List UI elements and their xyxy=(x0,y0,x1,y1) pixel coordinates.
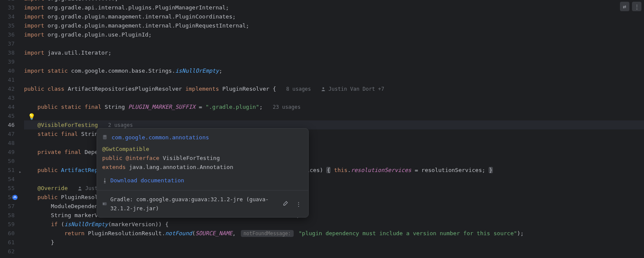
more-icon[interactable]: ⋮ xyxy=(632,2,641,11)
edit-icon[interactable] xyxy=(281,199,291,209)
svg-rect-5 xyxy=(103,203,104,205)
code-line[interactable]: import org.gradle.plugin.use.PluginId; xyxy=(24,30,644,39)
doc-package-row: com.google.common.annotations xyxy=(102,133,303,142)
line-number: 50 xyxy=(0,157,23,166)
svg-point-1 xyxy=(79,187,81,188)
line-number: 45 xyxy=(0,111,23,120)
line-number: 44 xyxy=(0,102,23,111)
code-line[interactable]: public class ArtifactRepositoriesPluginR… xyxy=(24,84,644,93)
doc-source-label: Gradle: com.google.guava:guava:32.1.2-jr… xyxy=(110,195,274,213)
author-inlay[interactable]: Justin Van Dort +7 xyxy=(321,86,384,92)
line-number: 35 xyxy=(0,21,23,30)
line-number: 40 xyxy=(0,66,23,75)
code-line[interactable]: import java.util.Iterator; xyxy=(24,48,644,57)
line-number: 48 xyxy=(0,138,23,147)
code-line[interactable]: import org.gradle..........; xyxy=(24,0,644,3)
quick-doc-popup: com.google.common.annotations @GwtCompat… xyxy=(97,128,309,218)
fold-arrow-icon[interactable]: ▸ xyxy=(19,167,21,176)
code-line[interactable] xyxy=(24,93,644,102)
code-line[interactable] xyxy=(24,111,644,120)
code-line[interactable]: import org.gradle.plugin.management.inte… xyxy=(24,12,644,21)
usages-inlay[interactable]: 8 usages xyxy=(286,86,311,92)
line-number: 43 xyxy=(0,93,23,102)
line-number: 56 xyxy=(0,193,23,202)
line-number: 33 xyxy=(0,3,23,12)
code-line[interactable] xyxy=(24,57,644,66)
code-line[interactable]: boolean autoApplied = pluginRequest.getO… xyxy=(24,256,644,258)
doc-signature: @GwtCompatible public @interface Visible… xyxy=(102,144,303,172)
download-documentation-link[interactable]: Download documentation xyxy=(110,177,184,184)
library-icon xyxy=(102,201,107,207)
file-icon xyxy=(102,134,108,140)
usages-inlay[interactable]: 23 usages xyxy=(273,104,301,110)
line-number: 61 xyxy=(0,238,23,247)
doc-download-row: ⭳Download documentation xyxy=(97,176,308,190)
line-number: 32 xyxy=(0,0,23,3)
code-line[interactable] xyxy=(24,247,644,256)
line-number: 46 xyxy=(0,120,23,129)
doc-footer: Gradle: com.google.guava:guava:32.1.2-jr… xyxy=(97,190,308,217)
code-line[interactable]: if (isNullOrEmpty(markerVersion)) { xyxy=(24,220,644,229)
parameter-hint: notFoundMessage: xyxy=(241,230,294,237)
svg-point-0 xyxy=(322,87,324,89)
doc-package-link[interactable]: com.google.common.annotations xyxy=(112,134,209,141)
line-number: 62 xyxy=(0,247,23,256)
intention-bulb-icon[interactable]: 💡 xyxy=(28,112,35,121)
line-number: 41 xyxy=(0,75,23,84)
svg-rect-2 xyxy=(103,135,107,140)
editor-top-right-tools: ⇄ ⋮ xyxy=(620,2,641,11)
line-number: 58 xyxy=(0,211,23,220)
line-number: 63 xyxy=(0,256,23,258)
usages-inlay[interactable]: 2 usages xyxy=(108,122,133,128)
svg-point-6 xyxy=(12,195,18,200)
code-line[interactable]: import org.gradle.api.internal.plugins.P… xyxy=(24,3,644,12)
line-number: 42 xyxy=(0,84,23,93)
code-line[interactable]: public static final String PLUGIN_MARKER… xyxy=(24,102,644,111)
code-line[interactable]: return PluginResolutionResult.notFound(S… xyxy=(24,229,644,238)
line-number: 55 xyxy=(0,184,23,193)
line-number: 37 xyxy=(0,39,23,48)
line-number: 47 xyxy=(0,129,23,138)
line-number: 34 xyxy=(0,12,23,21)
line-number: 36 xyxy=(0,30,23,39)
code-line[interactable]: import org.gradle.plugin.management.inte… xyxy=(24,21,644,30)
override-gutter-icon[interactable] xyxy=(12,194,18,200)
code-line[interactable]: } xyxy=(24,238,644,247)
svg-rect-3 xyxy=(104,136,106,137)
line-number: 57 xyxy=(0,202,23,211)
code-line[interactable] xyxy=(24,39,644,48)
line-number: 39 xyxy=(0,57,23,66)
line-number: 60 xyxy=(0,229,23,238)
line-number-gutter: 3233343536373839404142434445464748495051… xyxy=(0,0,23,258)
line-number: 38 xyxy=(0,48,23,57)
line-number: 49 xyxy=(0,147,23,157)
code-line[interactable]: import static com.google.common.base.Str… xyxy=(24,66,644,75)
line-number: 59 xyxy=(0,220,23,229)
reader-mode-icon[interactable]: ⇄ xyxy=(620,2,629,11)
kebab-menu-icon[interactable]: ⋮ xyxy=(294,199,303,209)
code-line[interactable] xyxy=(24,75,644,84)
download-icon: ⭳ xyxy=(102,177,108,184)
